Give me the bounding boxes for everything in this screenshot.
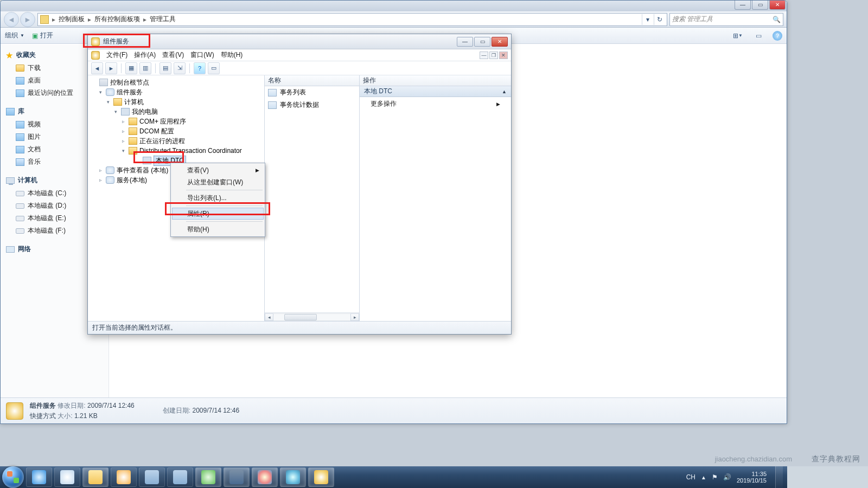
menu-action[interactable]: 操作(A) [134, 50, 156, 60]
explorer-titlebar[interactable]: — ▭ ✕ [1, 1, 787, 11]
context-new-window[interactable]: 从这里创建窗口(W) [172, 176, 264, 188]
ime-indicator[interactable]: CH [686, 473, 695, 481]
tree-component-services[interactable]: ▾组件服务 [89, 87, 263, 97]
show-desktop-button[interactable] [775, 466, 783, 488]
context-view[interactable]: 查看(V)▶ [172, 164, 264, 176]
help-button[interactable]: ? [773, 31, 782, 41]
taskbar-component-services[interactable] [308, 467, 334, 487]
music-icon [16, 158, 24, 166]
volume-icon[interactable]: 🔊 [723, 473, 731, 481]
menu-file[interactable]: 文件(F) [106, 50, 127, 60]
watermark-text: 查字典教程网 [812, 454, 860, 464]
tree-computers[interactable]: ▾计算机 [89, 97, 263, 107]
details-pane: 组件服务 修改日期: 2009/7/14 12:46 快捷方式 大小: 1.21… [1, 397, 787, 423]
taskbar-network[interactable] [280, 467, 306, 487]
tree-running-processes[interactable]: ▹正在运行的进程 [89, 136, 263, 146]
address-bar[interactable]: ▸ 控制面板 ▸ 所有控制面板项 ▸ 管理工具 ▾ ↻ [37, 13, 667, 26]
network-icon [6, 246, 15, 253]
tray-clock[interactable]: 11:35 2019/10/15 [737, 471, 767, 484]
scroll-track[interactable] [273, 313, 350, 321]
context-separator [186, 206, 263, 206]
breadcrumb-item[interactable]: 所有控制面板项 [94, 15, 140, 24]
tree-dtc[interactable]: ▾Distributed Transaction Coordinator [89, 146, 263, 156]
list-item[interactable]: 事务统计数据 [265, 99, 359, 111]
taskbar-media-player[interactable] [111, 467, 137, 487]
list-horizontal-scrollbar[interactable]: ◂ ▸ [265, 312, 359, 321]
taskbar-explorer[interactable] [82, 467, 108, 487]
actions-title[interactable]: 本地 DTC▲ [360, 86, 511, 97]
app-icon [145, 470, 159, 484]
toolbar-show-hide-button[interactable]: ▥ [139, 62, 151, 74]
taskbar-magnifier[interactable] [54, 467, 80, 487]
address-dropdown-button[interactable]: ▾ [642, 14, 653, 25]
menu-view[interactable]: 查看(V) [162, 50, 184, 60]
system-tray: CH ▲ ⚑ 🔊 11:35 2019/10/15 [686, 466, 785, 488]
menu-window[interactable]: 窗口(W) [190, 50, 214, 60]
mmc-title: 组件服务 [103, 37, 129, 46]
open-button[interactable]: ▣ 打开 [32, 31, 53, 40]
drive-icon [16, 228, 24, 234]
scroll-left-button[interactable]: ◂ [265, 313, 273, 321]
list-header-name[interactable]: 名称 [265, 75, 359, 86]
taskbar-app[interactable] [195, 467, 221, 487]
nav-back-button[interactable]: ◄ [4, 12, 19, 27]
mmc-titlebar[interactable]: 组件服务 — ▭ ✕ [88, 34, 511, 49]
context-help[interactable]: 帮助(H) [172, 223, 264, 235]
toolbar-back-button[interactable]: ◄ [91, 62, 103, 74]
preview-pane-button[interactable]: ▭ [752, 30, 765, 41]
start-button[interactable] [2, 466, 24, 488]
action-center-icon[interactable]: ⚑ [712, 473, 718, 481]
taskbar-app[interactable] [139, 467, 165, 487]
context-properties[interactable]: 属性(R) [172, 208, 264, 220]
toolbar-properties-button[interactable]: ▤ [159, 62, 171, 74]
breadcrumb-sep: ▸ [52, 16, 55, 23]
list-item[interactable]: 事务列表 [265, 86, 359, 99]
tree-dcom-config[interactable]: ▹DCOM 配置 [89, 126, 263, 136]
scroll-thumb[interactable] [284, 314, 317, 320]
network-icon [286, 470, 300, 484]
tree-com-apps[interactable]: ▹COM+ 应用程序 [89, 117, 263, 126]
toolbar-forward-button[interactable]: ► [105, 62, 117, 74]
actions-pane: 操作 本地 DTC▲ 更多操作▶ [360, 75, 511, 321]
address-refresh-button[interactable]: ↻ [654, 14, 665, 25]
actions-more[interactable]: 更多操作▶ [360, 97, 511, 111]
mdi-restore-button[interactable]: ❐ [489, 52, 498, 59]
scroll-right-button[interactable]: ▸ [350, 313, 359, 321]
breadcrumb-item[interactable]: 控制面板 [59, 15, 85, 24]
context-menu: 查看(V)▶ 从这里创建窗口(W) 导出列表(L)... 属性(R) 帮助(H) [170, 163, 265, 237]
star-icon: ★ [6, 51, 13, 60]
taskbar-tools[interactable] [224, 467, 250, 487]
component-services-icon [106, 88, 114, 96]
collapse-icon[interactable]: ▲ [502, 89, 507, 94]
document-icon [16, 146, 24, 153]
taskbar-app[interactable] [167, 467, 193, 487]
taskbar-ie[interactable] [26, 467, 52, 487]
mmc-maximize-button[interactable]: ▭ [474, 37, 490, 47]
context-export-list[interactable]: 导出列表(L)... [172, 192, 264, 204]
toolbar-help-button[interactable]: ? [194, 62, 206, 74]
mdi-close-button[interactable]: ✕ [499, 52, 508, 59]
tree-my-computer[interactable]: ▾我的电脑 [89, 107, 263, 117]
toolbar-export-button[interactable]: ⇲ [174, 62, 186, 74]
tray-overflow-button[interactable]: ▲ [701, 474, 706, 480]
mdi-minimize-button[interactable]: — [480, 52, 488, 59]
explorer-search-input[interactable]: 搜索 管理工具 🔍 [669, 13, 783, 26]
nav-forward-button[interactable]: ► [20, 12, 35, 27]
search-icon: 🔍 [773, 16, 781, 23]
breadcrumb-item[interactable]: 管理工具 [150, 15, 176, 24]
submenu-arrow-icon: ▶ [256, 168, 259, 173]
organize-button[interactable]: 组织 ▼ [5, 31, 24, 40]
mmc-close-button[interactable]: ✕ [492, 37, 508, 47]
app-icon [258, 470, 272, 484]
menu-help[interactable]: 帮助(H) [221, 50, 243, 60]
explorer-maximize-button[interactable]: ▭ [752, 0, 768, 10]
explorer-close-button[interactable]: ✕ [769, 0, 786, 10]
explorer-minimize-button[interactable]: — [735, 0, 751, 10]
toolbar-extra-button[interactable]: ▭ [208, 62, 220, 74]
component-services-icon [91, 37, 100, 46]
taskbar-app[interactable] [252, 467, 278, 487]
tree-root[interactable]: 控制台根节点 [89, 78, 263, 87]
view-layout-button[interactable]: ⊞ ▼ [731, 30, 744, 41]
toolbar-up-button[interactable]: ▦ [125, 62, 137, 74]
mmc-minimize-button[interactable]: — [457, 37, 473, 47]
